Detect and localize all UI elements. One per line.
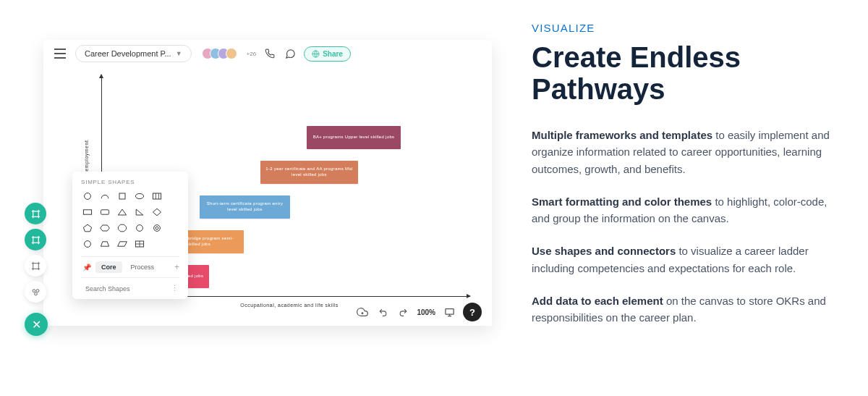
cloud-sync-icon[interactable] <box>356 306 369 319</box>
ellipse-shape[interactable] <box>133 191 146 201</box>
comment-icon[interactable] <box>284 47 297 60</box>
arc-shape[interactable] <box>98 191 111 201</box>
page-heading: Create Endless Pathways <box>532 41 839 105</box>
menu-button[interactable] <box>51 44 69 63</box>
table-shape[interactable] <box>150 191 163 201</box>
trapezoid-shape[interactable] <box>98 239 111 249</box>
presentation-icon[interactable] <box>443 306 456 319</box>
shape-grid <box>81 191 179 249</box>
collaborator-avatars[interactable] <box>202 48 237 59</box>
tab-process[interactable]: Process <box>125 261 161 273</box>
rounded-rect-shape[interactable] <box>98 207 111 217</box>
rectangle-shape[interactable] <box>81 207 94 217</box>
svg-point-13 <box>137 225 143 232</box>
call-icon[interactable] <box>263 47 276 60</box>
pentagon-shape[interactable] <box>81 223 94 233</box>
feature-paragraph: Use shapes and connectors to visualize a… <box>532 243 839 277</box>
eyebrow: VISUALIZE <box>532 22 839 34</box>
feature-paragraph: Multiple frameworks and templates to eas… <box>532 127 839 177</box>
svg-point-2 <box>33 289 35 292</box>
marketing-copy: VISUALIZE Create Endless Pathways Multip… <box>528 0 868 396</box>
octagon-shape[interactable] <box>116 223 129 233</box>
svg-rect-12 <box>101 210 109 214</box>
circle-outline-shape[interactable] <box>133 223 146 233</box>
feature-paragraph: Smart formatting and color themes to hig… <box>532 193 839 227</box>
step-box[interactable]: 1-2 year certificate and AA programs Mid… <box>260 161 358 184</box>
right-triangle-shape[interactable] <box>133 207 146 217</box>
shape-category-tabs: 📌 Core Process + <box>81 256 179 278</box>
topbar: Career Development P... ▼ +26 <box>43 40 492 67</box>
svg-point-14 <box>154 225 161 232</box>
undo-icon[interactable] <box>376 306 389 319</box>
cluster-tool-button[interactable] <box>25 281 46 303</box>
help-button[interactable]: ? <box>463 303 482 321</box>
status-bar: 100% ? <box>356 303 482 321</box>
svg-rect-6 <box>119 193 125 199</box>
shapes-panel-title: SIMPLE SHAPES <box>81 179 179 185</box>
more-options-icon[interactable]: ⋮ <box>171 284 179 293</box>
svg-point-16 <box>85 241 91 248</box>
app-window: Career Development P... ▼ +26 <box>43 40 492 326</box>
shape-search: ⋮ <box>81 284 179 293</box>
share-button[interactable]: Share <box>304 46 351 62</box>
ring-shape[interactable] <box>150 223 163 233</box>
svg-point-4 <box>34 292 37 295</box>
redo-icon[interactable] <box>396 306 409 319</box>
chevron-down-icon: ▼ <box>176 50 182 57</box>
frame-tool-button-2[interactable] <box>25 229 46 250</box>
step-box[interactable]: BA+ programs Upper level skilled jobs <box>307 126 401 149</box>
svg-rect-11 <box>83 210 91 214</box>
tab-core[interactable]: Core <box>95 261 122 273</box>
svg-point-5 <box>85 193 91 200</box>
svg-point-3 <box>36 289 39 292</box>
hexagon-shape[interactable] <box>98 223 111 233</box>
feature-paragraph: Add data to each element on the canvas t… <box>532 292 839 327</box>
triangle-shape[interactable] <box>116 207 129 217</box>
side-toolbar <box>25 203 46 303</box>
collaborator-count: +26 <box>247 51 257 57</box>
circle-shape[interactable] <box>81 191 94 201</box>
grid-shape[interactable] <box>133 239 146 249</box>
document-title: Career Development P... <box>85 49 171 58</box>
close-rail-button[interactable]: ✕ <box>25 313 48 336</box>
circle-shape-2[interactable] <box>81 239 94 249</box>
parallelogram-shape[interactable] <box>116 239 129 249</box>
svg-point-15 <box>156 227 158 229</box>
diamond-shape[interactable] <box>150 207 163 217</box>
svg-point-7 <box>135 193 143 198</box>
svg-rect-1 <box>445 308 453 314</box>
step-box[interactable]: Short-term certificate program entry lev… <box>200 195 290 219</box>
pin-icon[interactable]: 📌 <box>81 264 93 271</box>
square-shape[interactable] <box>116 191 129 201</box>
svg-rect-8 <box>153 193 161 199</box>
shapes-panel: SIMPLE SHAPES <box>72 172 188 299</box>
frame-tool-button[interactable] <box>25 203 46 224</box>
search-shapes-input[interactable] <box>85 285 166 292</box>
share-label: Share <box>323 50 343 58</box>
zoom-level[interactable]: 100% <box>417 308 435 316</box>
document-title-dropdown[interactable]: Career Development P... ▼ <box>75 45 192 62</box>
avatar <box>226 48 237 59</box>
add-category-button[interactable]: + <box>174 262 179 272</box>
grid-tool-button[interactable] <box>25 255 46 277</box>
